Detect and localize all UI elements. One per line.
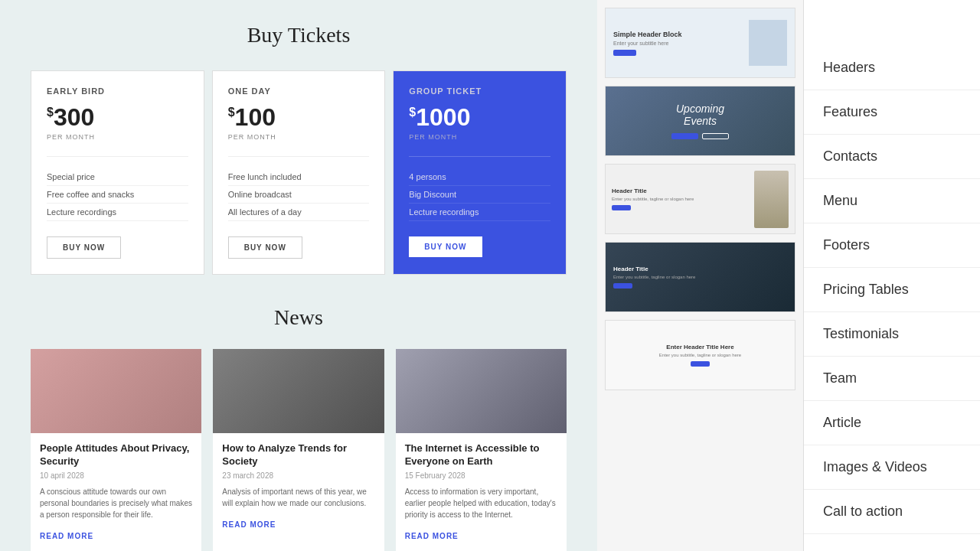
plan-name-group: GROUP TICKET — [409, 86, 550, 96]
news-card-2: How to Analyze Trends for Society 23 mar… — [213, 349, 384, 551]
plan-name-early-bird: EARLY BIRD — [47, 86, 188, 96]
news-excerpt-3: Access to information is very important,… — [405, 486, 557, 520]
feature-item: All lectures of a day — [228, 204, 370, 221]
news-content-2: How to Analyze Trends for Society 23 mar… — [213, 433, 384, 540]
thumb3-title-text: Header Title — [612, 187, 750, 194]
thumb3-button-shape — [612, 205, 631, 210]
category-item-testimonials[interactable]: Testimonials — [804, 312, 980, 357]
thumb1-button-shape — [613, 50, 636, 56]
news-date-3: 15 February 2028 — [405, 471, 557, 480]
thumb2-btn-1 — [671, 133, 698, 139]
period-group: PER MONTH — [409, 133, 550, 141]
price-one-day: $100 — [228, 103, 370, 132]
read-more-1[interactable]: READ MORE — [40, 532, 93, 540]
read-more-2[interactable]: READ MORE — [222, 520, 276, 529]
thumb1-image-box — [749, 20, 787, 66]
thumb1-sub-text: Enter your subtitle here — [613, 41, 741, 46]
thumb5-sub-text: Enter you subtitle, tagline or slogan he… — [659, 353, 741, 357]
thumbnail-header-dark[interactable]: Header Title Enter you subtitle, tagline… — [605, 242, 795, 312]
thumb5-title-text: Enter Header Title Here — [666, 344, 733, 350]
plan-name-one-day: ONE DAY — [228, 86, 370, 96]
buy-button-group[interactable]: BUY NOW — [409, 236, 482, 257]
feature-list-group: 4 persons Big Discount Lecture recording… — [409, 168, 550, 221]
thumbnail-header-light[interactable]: Enter Header Title Here Enter you subtit… — [605, 320, 795, 390]
thumb2-title-text: UpcomingEvents — [671, 103, 729, 127]
news-section-title: News — [31, 305, 567, 330]
pricing-card-early-bird: EARLY BIRD $300 PER MONTH Special price … — [31, 70, 204, 275]
feature-item: 4 persons — [409, 168, 550, 186]
news-image-3 — [396, 349, 567, 433]
feature-list-early-bird: Special price Free coffee and snacks Lec… — [47, 168, 188, 221]
thumb-preview-3: Header Title Enter you subtitle, tagline… — [606, 165, 795, 233]
feature-item: Lecture recordings — [47, 204, 188, 221]
category-item-features[interactable]: Features — [804, 90, 980, 135]
thumb3-person-shape — [754, 171, 789, 228]
right-panel: ✓ Select and Drag Section to Page Simple… — [597, 0, 980, 551]
thumb-preview-1: Simple Header Block Enter your subtitle … — [606, 8, 795, 77]
thumb-preview-4: Header Title Enter you subtitle, tagline… — [606, 243, 795, 311]
currency-symbol-3: $ — [409, 106, 416, 119]
category-item-article[interactable]: Article — [804, 401, 980, 445]
news-card-3: The Internet is Accessible to Everyone o… — [396, 349, 567, 551]
price-group: $1000 — [409, 103, 550, 132]
news-card-1: People Attitudes About Privacy, Security… — [31, 349, 201, 551]
news-content-3: The Internet is Accessible to Everyone o… — [396, 433, 567, 551]
news-title-2: How to Analyze Trends for Society — [222, 442, 374, 468]
read-more-3[interactable]: READ MORE — [405, 532, 459, 540]
thumbnails-column[interactable]: Simple Header Block Enter your subtitle … — [597, 0, 804, 551]
feature-item: Free coffee and snacks — [47, 186, 188, 204]
feature-item: Lecture recordings — [409, 204, 550, 221]
price-early-bird: $300 — [47, 103, 188, 132]
thumb5-button-shape — [691, 361, 710, 367]
news-title-3: The Internet is Accessible to Everyone o… — [405, 442, 557, 468]
feature-list-one-day: Free lunch included Online broadcast All… — [228, 168, 370, 221]
thumbnail-simple-header[interactable]: Simple Header Block Enter your subtitle … — [605, 8, 795, 78]
thumb-preview-2: UpcomingEvents — [606, 86, 795, 155]
news-cards: People Attitudes About Privacy, Security… — [31, 349, 567, 551]
thumbnail-events[interactable]: UpcomingEvents — [605, 86, 795, 156]
news-content-1: People Attitudes About Privacy, Security… — [31, 433, 201, 551]
category-item-team[interactable]: Team — [804, 357, 980, 401]
buy-button-early-bird[interactable]: BUY NOW — [47, 236, 121, 259]
buy-button-one-day[interactable]: BUY NOW — [228, 236, 302, 259]
category-item-contacts[interactable]: Contacts — [804, 135, 980, 179]
pricing-cards: EARLY BIRD $300 PER MONTH Special price … — [31, 70, 567, 275]
currency-symbol-1: $ — [47, 106, 54, 119]
thumbnail-header-person[interactable]: Header Title Enter you subtitle, tagline… — [605, 164, 795, 234]
feature-item: Big Discount — [409, 186, 550, 204]
feature-item: Special price — [47, 168, 188, 186]
news-image-1 — [31, 349, 201, 433]
editor-panel: Buy Tickets EARLY BIRD $300 PER MONTH Sp… — [0, 0, 597, 551]
pricing-card-group: GROUP TICKET $1000 PER MONTH 4 persons B… — [393, 70, 567, 275]
category-item-menu[interactable]: Menu — [804, 179, 980, 223]
category-item-images-videos[interactable]: Images & Videos — [804, 445, 980, 490]
pricing-card-one-day: ONE DAY $100 PER MONTH Free lunch includ… — [212, 70, 386, 275]
thumb-preview-5: Enter Header Title Here Enter you subtit… — [606, 321, 795, 390]
pricing-section-title: Buy Tickets — [31, 23, 567, 47]
period-early-bird: PER MONTH — [47, 133, 188, 141]
currency-symbol-2: $ — [228, 106, 235, 119]
category-item-footers[interactable]: Footers — [804, 223, 980, 268]
thumb4-button-shape — [613, 283, 632, 289]
thumb3-sub-text: Enter you subtitle, tagline or slogan he… — [612, 197, 750, 201]
category-nav: Headers Features Contacts Menu Footers P… — [804, 0, 980, 551]
thumb1-title-text: Simple Header Block — [613, 31, 741, 38]
feature-item: Free lunch included — [228, 168, 370, 186]
period-one-day: PER MONTH — [228, 133, 370, 141]
news-excerpt-1: A conscious attitude towards our own per… — [40, 486, 192, 520]
category-item-call-to-action[interactable]: Call to action — [804, 490, 980, 534]
thumb4-title-text: Header Title — [613, 266, 695, 272]
news-image-2 — [213, 349, 384, 433]
thumb2-btn-2 — [702, 133, 729, 139]
feature-item: Online broadcast — [228, 186, 370, 204]
category-item-headers[interactable]: Headers — [804, 46, 980, 90]
thumb4-sub-text: Enter you subtitle, tagline or slogan he… — [613, 275, 695, 279]
news-title-1: People Attitudes About Privacy, Security — [40, 442, 192, 468]
news-date-1: 10 april 2028 — [40, 471, 192, 480]
category-item-pricing-tables[interactable]: Pricing Tables — [804, 268, 980, 312]
news-date-2: 23 march 2028 — [222, 471, 374, 480]
news-excerpt-2: Analysis of important news of this year,… — [222, 486, 374, 509]
